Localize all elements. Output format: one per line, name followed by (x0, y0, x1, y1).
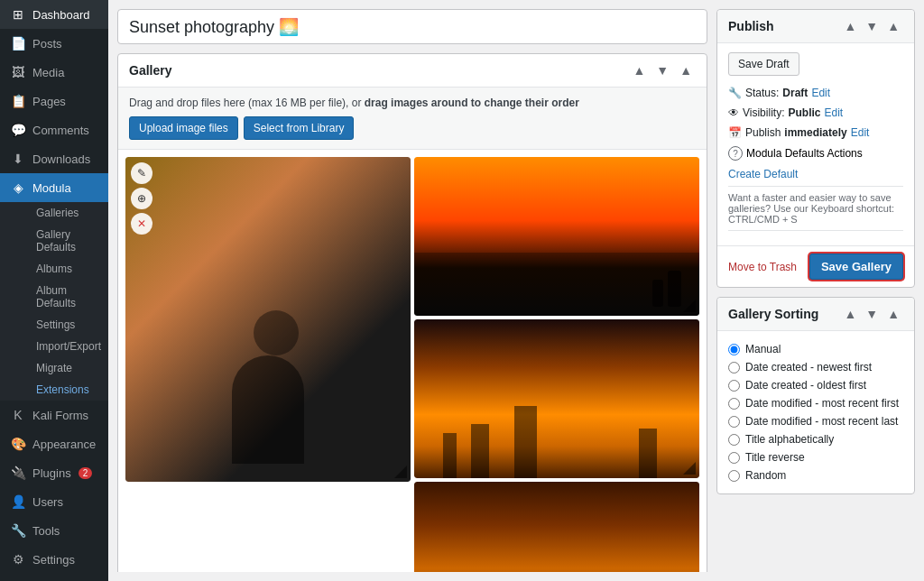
sorting-option-manual[interactable]: Manual (728, 340, 903, 358)
comments-icon: 💬 (9, 123, 27, 137)
sidebar-sub-migrate[interactable]: Migrate (9, 357, 108, 379)
sorting-radio-date-oldest[interactable] (728, 380, 740, 392)
publish-panel-expand-down[interactable]: ▼ (862, 17, 882, 35)
sorting-radio-title-alpha[interactable] (728, 434, 740, 446)
sidebar-item-users[interactable]: 👤 Users (0, 487, 108, 516)
sidebar-item-appearance[interactable]: 🎨 Appearance (0, 429, 108, 458)
modula-submenu: Galleries Gallery Defaults Albums Album … (0, 202, 108, 401)
gallery-header-actions: ▲ ▼ ▲ (629, 61, 696, 79)
gallery-sorting-expand-down[interactable]: ▼ (862, 305, 882, 323)
gallery-image-3 (414, 319, 699, 478)
sidebar-sub-extensions[interactable]: Extensions (9, 379, 108, 401)
sorting-radio-random[interactable] (728, 470, 740, 482)
image-resize-handle-2[interactable] (683, 300, 696, 312)
sorting-option-date-oldest[interactable]: Date created - oldest first (728, 376, 903, 394)
move-to-trash-link[interactable]: Move to Trash (728, 261, 797, 273)
sorting-option-title-alpha[interactable]: Title alphabetically (728, 430, 903, 448)
sorting-label-date-oldest: Date created - oldest first (745, 379, 866, 392)
sorting-option-date-newest[interactable]: Date created - newest first (728, 358, 903, 376)
sidebar-item-media[interactable]: 🖼 Media (0, 58, 108, 87)
publish-date-edit-link[interactable]: Edit (851, 126, 870, 139)
visibility-label: Visibility: (743, 106, 784, 119)
gallery-box: Gallery ▲ ▼ ▲ Drag and drop files here (… (117, 53, 707, 572)
right-sidebar: Publish ▲ ▼ ▲ Save Draft 🔧 Status: Draft (716, 9, 915, 572)
sidebar-sub-import-export[interactable]: Import/Export (9, 336, 108, 357)
save-gallery-button[interactable]: Save Gallery (809, 254, 903, 280)
sidebar-item-label: Appearance (32, 438, 96, 451)
visibility-edit-link[interactable]: Edit (824, 106, 843, 119)
image-edit-icon[interactable]: ✎ (131, 162, 152, 184)
image-resize-handle-1[interactable] (394, 466, 407, 478)
sidebar-item-label: Kali Forms (32, 409, 88, 422)
image-delete-icon[interactable]: ✕ (131, 213, 152, 235)
select-from-library-button[interactable]: Select from Library (244, 116, 355, 140)
gallery-image-1: ✎ ⊕ ✕ (125, 157, 411, 482)
sidebar: ⊞ Dashboard 📄 Posts 🖼 Media 📋 Pages 💬 Co… (0, 0, 108, 581)
gallery-expand-button[interactable]: ▼ (652, 61, 672, 79)
gallery-collapse-button[interactable]: ▲ (629, 61, 649, 79)
sidebar-item-label: Settings (32, 553, 75, 567)
publish-panel-collapse-up[interactable]: ▲ (840, 17, 860, 35)
sidebar-sub-album-defaults[interactable]: Album Defaults (9, 280, 108, 314)
main-area: Gallery ▲ ▼ ▲ Drag and drop files here (… (108, 0, 924, 581)
upload-image-files-button[interactable]: Upload image files (129, 116, 238, 140)
sidebar-item-kali-forms[interactable]: K Kali Forms (0, 401, 108, 429)
sorting-radio-modified-newest[interactable] (728, 398, 740, 410)
image-resize-handle-3[interactable] (683, 462, 696, 475)
sidebar-sub-albums[interactable]: Albums (9, 258, 108, 280)
posts-icon: 📄 (9, 36, 27, 51)
sorting-radio-title-reverse[interactable] (728, 452, 740, 464)
status-value: Draft (782, 87, 808, 99)
sorting-radio-modified-oldest[interactable] (728, 416, 740, 428)
sidebar-item-seo[interactable]: ◯ SEO (0, 574, 108, 581)
gallery-close-button[interactable]: ▲ (676, 61, 696, 79)
gallery-image-4 (414, 482, 699, 572)
post-title-input[interactable] (117, 9, 707, 44)
sidebar-item-label: Posts (32, 37, 62, 51)
sorting-option-modified-newest[interactable]: Date modified - most recent first (728, 394, 903, 412)
visibility-value: Public (788, 106, 820, 119)
sidebar-sub-gallery-defaults[interactable]: Gallery Defaults (9, 224, 108, 258)
publish-visibility-row: 👁 Visibility: Public Edit (728, 103, 903, 123)
sorting-label-modified-newest: Date modified - most recent first (745, 397, 899, 410)
sorting-radio-date-newest[interactable] (728, 362, 740, 374)
gallery-sorting-panel: Gallery Sorting ▲ ▼ ▲ ManualDate created… (716, 297, 915, 494)
sidebar-item-tools[interactable]: 🔧 Tools (0, 516, 108, 545)
sidebar-item-settings[interactable]: ⚙ Settings (0, 545, 108, 574)
dashboard-icon: ⊞ (9, 7, 27, 22)
image-overlay-icons-1: ✎ ⊕ ✕ (131, 162, 152, 235)
sorting-option-title-reverse[interactable]: Title reverse (728, 448, 903, 466)
create-default-link[interactable]: Create Default (728, 168, 903, 180)
sidebar-item-plugins[interactable]: 🔌 Plugins 2 (0, 458, 108, 487)
keyboard-shortcut-hint: Want a faster and easier way to save gal… (728, 186, 903, 231)
sidebar-item-pages[interactable]: 📋 Pages (0, 87, 108, 115)
publish-date-label: Publish (745, 126, 781, 139)
image-resize-icon[interactable]: ⊕ (131, 188, 152, 209)
sidebar-item-label: Modula (32, 181, 71, 195)
tools-icon: 🔧 (9, 523, 27, 538)
publish-actions: Move to Trash Save Gallery (717, 245, 914, 287)
sidebar-item-dashboard[interactable]: ⊞ Dashboard (0, 0, 108, 29)
sidebar-item-modula[interactable]: ◈ Modula (0, 173, 108, 202)
gallery-sorting-toggle[interactable]: ▲ (883, 305, 903, 323)
publish-panel-toggle[interactable]: ▲ (883, 17, 903, 35)
gallery-upload-buttons: Upload image files Select from Library (129, 116, 354, 140)
settings-icon: ⚙ (9, 552, 27, 567)
publish-panel: Publish ▲ ▼ ▲ Save Draft 🔧 Status: Draft (716, 9, 915, 288)
sidebar-item-posts[interactable]: 📄 Posts (0, 29, 108, 58)
sidebar-item-comments[interactable]: 💬 Comments (0, 115, 108, 144)
save-draft-button[interactable]: Save Draft (728, 52, 799, 76)
publish-panel-body: Save Draft 🔧 Status: Draft Edit 👁 Visibi… (717, 43, 914, 245)
sidebar-sub-settings[interactable]: Settings (9, 314, 108, 336)
sorting-label-manual: Manual (745, 343, 781, 355)
gallery-sorting-collapse-up[interactable]: ▲ (840, 305, 860, 323)
sidebar-sub-galleries[interactable]: Galleries (9, 202, 108, 224)
sorting-radio-manual[interactable] (728, 344, 740, 355)
sorting-option-random[interactable]: Random (728, 466, 903, 484)
media-icon: 🖼 (9, 65, 27, 79)
sidebar-item-downloads[interactable]: ⬇ Downloads (0, 144, 108, 173)
status-edit-link[interactable]: Edit (811, 87, 830, 99)
publish-panel-buttons: ▲ ▼ ▲ (840, 17, 903, 35)
gallery-sorting-header: Gallery Sorting ▲ ▼ ▲ (717, 298, 914, 331)
sorting-option-modified-oldest[interactable]: Date modified - most recent last (728, 412, 903, 430)
